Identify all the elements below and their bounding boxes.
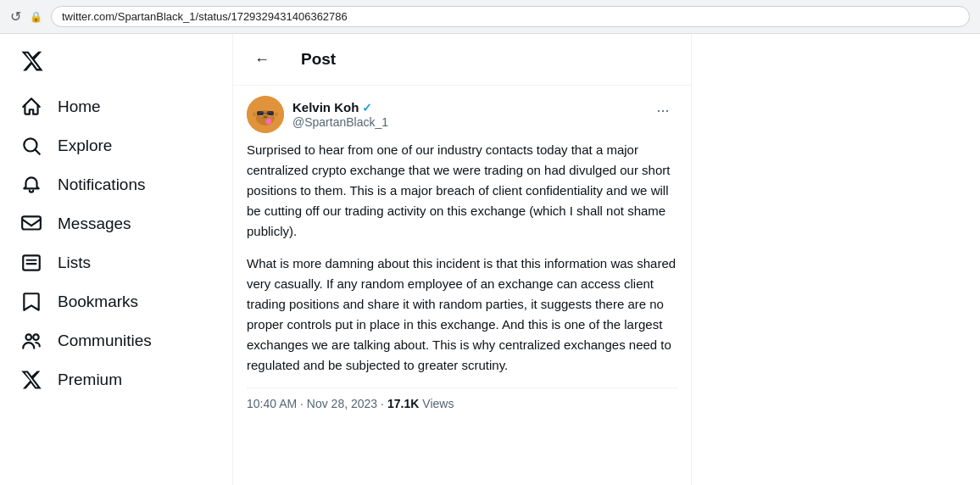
tweet-views-label: Views [422,397,454,410]
svg-point-6 [26,334,32,340]
author-info: Kelvin Koh ✓ @SpartanBlack_1 [292,100,388,129]
post-panel: ← Post [233,34,692,485]
sidebar-item-notifications-label: Notifications [58,176,146,194]
more-options-button[interactable]: ··· [649,96,677,125]
svg-rect-20 [267,111,274,115]
sidebar-item-messages-label: Messages [58,215,131,233]
svg-rect-2 [22,216,41,229]
svg-line-1 [36,150,40,154]
messages-icon [20,213,42,235]
refresh-button[interactable]: ↺ [10,8,21,25]
x-logo[interactable] [10,41,222,87]
url-bar[interactable] [51,6,970,27]
sidebar-item-lists-label: Lists [58,254,91,272]
sidebar-item-bookmarks-label: Bookmarks [58,293,138,311]
sidebar-item-communities-label: Communities [58,332,152,350]
tweet-author-row: Kelvin Koh ✓ @SpartanBlack_1 ··· [247,96,677,133]
sidebar-item-home[interactable]: Home [10,87,222,126]
sidebar-item-lists[interactable]: Lists [10,243,222,282]
tweet-views-count: 17.1K [387,397,419,410]
verified-badge: ✓ [362,101,372,114]
svg-point-7 [33,334,38,340]
premium-icon [20,369,42,391]
svg-rect-19 [257,111,264,115]
main-content: ← Post [233,34,980,485]
post-title: Post [301,50,336,69]
lock-icon: 🔒 [30,11,42,23]
app-layout: Home Explore Notifications [0,34,980,485]
sidebar-item-premium[interactable]: Premium [10,360,222,399]
sidebar-item-explore-label: Explore [58,137,112,155]
home-icon [20,96,42,118]
svg-point-14 [264,116,268,119]
tweet-meta: 10:40 AM · Nov 28, 2023 · 17.1K Views [247,387,677,410]
lists-icon [20,252,42,274]
explore-icon [20,135,42,157]
svg-point-22 [266,119,272,125]
back-button[interactable]: ← [247,44,277,75]
author-handle: @SpartanBlack_1 [292,115,388,129]
bookmarks-icon [20,291,42,313]
communities-icon [20,330,42,352]
sidebar-item-bookmarks[interactable]: Bookmarks [10,282,222,321]
sidebar-item-messages[interactable]: Messages [10,204,222,243]
tweet-author-left: Kelvin Koh ✓ @SpartanBlack_1 [247,96,388,133]
svg-point-16 [253,113,256,117]
tweet-paragraph-2: What is more damning about this incident… [247,254,677,376]
tweet-container: Kelvin Koh ✓ @SpartanBlack_1 ··· Surpris… [233,86,691,421]
browser-bar: ↺ 🔒 [0,0,980,34]
notifications-icon [20,174,42,196]
sidebar: Home Explore Notifications [0,34,233,485]
sidebar-item-explore[interactable]: Explore [10,126,222,165]
svg-point-18 [275,113,278,117]
sidebar-item-notifications[interactable]: Notifications [10,165,222,204]
sidebar-item-communities[interactable]: Communities [10,321,222,360]
right-panel [692,34,980,485]
tweet-timestamp: 10:40 AM · Nov 28, 2023 [247,397,377,410]
tweet-paragraph-1: Surprised to hear from one of our indust… [247,140,677,242]
author-name[interactable]: Kelvin Koh ✓ [292,100,388,114]
post-header: ← Post [233,34,691,86]
sidebar-item-premium-label: Premium [58,371,122,389]
separator-dot: · [381,397,384,410]
avatar[interactable] [247,96,284,133]
sidebar-item-home-label: Home [58,98,101,116]
tweet-body: Surprised to hear from one of our indust… [247,140,677,376]
